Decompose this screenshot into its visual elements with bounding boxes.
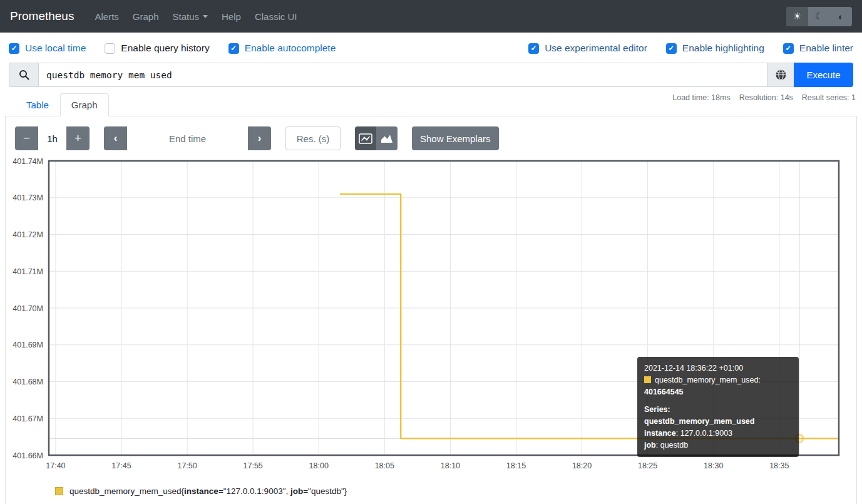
moon-icon: ☾ <box>815 11 823 22</box>
settings-group-left: Use local time Enable query history Enab… <box>9 43 336 54</box>
execute-button[interactable]: Execute <box>794 63 853 87</box>
checkbox-use-experimental-editor[interactable]: Use experimental editor <box>528 43 647 54</box>
query-bar: Execute <box>9 63 853 87</box>
checkbox-enable-autocomplete[interactable]: Enable autocomplete <box>228 43 336 54</box>
svg-text:401.70M: 401.70M <box>13 304 43 313</box>
legend-value-job: ="questdb"} <box>303 486 347 496</box>
range-stepper: − + <box>15 126 90 150</box>
svg-text:401.69M: 401.69M <box>13 341 43 349</box>
legend-swatch-icon <box>55 487 63 495</box>
theme-auto-button[interactable]: ◐ <box>830 7 852 26</box>
svg-text:401.72M: 401.72M <box>13 230 43 239</box>
checkbox-label: Use experimental editor <box>545 43 647 54</box>
checkbox-checked-icon[interactable] <box>528 43 539 54</box>
svg-text:401.74M: 401.74M <box>13 157 43 166</box>
checkbox-label: Enable autocomplete <box>245 43 336 54</box>
chart-type-toggle <box>355 126 398 150</box>
navbar: Prometheus Alerts Graph Status Help Clas… <box>0 0 862 33</box>
svg-text:17:50: 17:50 <box>177 461 197 470</box>
tabs-row: Load time: 18ms Resolution: 14s Result s… <box>5 93 857 116</box>
svg-text:18:25: 18:25 <box>638 461 657 470</box>
svg-text:401.71M: 401.71M <box>13 267 43 276</box>
metrics-explorer-button[interactable] <box>767 63 794 87</box>
nav-item-alerts[interactable]: Alerts <box>95 11 118 22</box>
search-addon <box>9 63 38 87</box>
time-back-button[interactable]: ‹ <box>104 126 127 150</box>
view-tabs: Table Graph <box>5 93 857 116</box>
legend-label: questdb_memory_mem_used{instance="127.0.… <box>69 486 347 496</box>
svg-text:18:35: 18:35 <box>769 461 789 470</box>
theme-light-button[interactable]: ☀ <box>786 7 808 26</box>
legend-item[interactable]: questdb_memory_mem_used{instance="127.0.… <box>55 486 856 496</box>
sun-icon: ☀ <box>793 11 801 22</box>
nav-item-status-label: Status <box>173 11 200 22</box>
svg-text:18:30: 18:30 <box>704 461 723 470</box>
chart-area: 401.66M401.67M401.68M401.69M401.70M401.7… <box>6 157 856 473</box>
graph-controls: − + ‹ › Show Exemplars <box>6 116 856 150</box>
checkbox-enable-highlighting[interactable]: Enable highlighting <box>666 43 764 54</box>
svg-text:17:40: 17:40 <box>46 461 65 470</box>
svg-text:401.67M: 401.67M <box>13 414 43 423</box>
stacked-chart-button[interactable] <box>376 126 398 150</box>
legend-value-instance: ="127.0.0.1:9003", <box>218 486 290 496</box>
svg-text:18:00: 18:00 <box>309 461 329 470</box>
legend-key-job: job <box>290 486 303 496</box>
checkbox-checked-icon[interactable] <box>9 43 19 54</box>
chevron-down-icon <box>203 15 208 18</box>
checkbox-label: Enable highlighting <box>682 43 764 54</box>
search-icon <box>19 69 29 80</box>
svg-text:18:15: 18:15 <box>506 461 526 470</box>
theme-dark-button[interactable]: ☾ <box>808 7 830 26</box>
nav-item-status[interactable]: Status <box>173 11 208 22</box>
time-forward-button[interactable]: › <box>248 126 271 150</box>
graph-panel: − + ‹ › Show Exemplars <box>5 116 857 504</box>
nav-item-classic-ui[interactable]: Classic UI <box>255 11 297 22</box>
globe-icon <box>775 69 787 81</box>
settings-row: Use local time Enable query history Enab… <box>0 33 862 61</box>
checkbox-enable-query-history[interactable]: Enable query history <box>105 43 209 54</box>
line-chart-icon <box>359 133 372 144</box>
theme-toggle-group: ☀ ☾ ◐ <box>786 7 852 26</box>
line-chart-button[interactable] <box>355 126 376 150</box>
range-decrease-button[interactable]: − <box>15 126 38 150</box>
checkbox-checked-icon[interactable] <box>783 43 794 54</box>
show-exemplars-button[interactable]: Show Exemplars <box>412 126 499 150</box>
checkbox-use-local-time[interactable]: Use local time <box>9 43 86 54</box>
end-time-picker: ‹ › <box>104 126 271 150</box>
checkbox-label: Enable query history <box>121 43 209 54</box>
legend-name: questdb_memory_mem_used{ <box>69 486 184 496</box>
checkbox-label: Enable linter <box>799 43 853 54</box>
chart-svg[interactable]: 401.66M401.67M401.68M401.69M401.70M401.7… <box>6 157 853 473</box>
area-chart-icon <box>380 133 394 144</box>
svg-text:17:55: 17:55 <box>244 461 263 470</box>
nav-item-help[interactable]: Help <box>222 11 241 22</box>
svg-text:401.66M: 401.66M <box>13 451 43 460</box>
checkbox-unchecked-icon[interactable] <box>105 43 115 54</box>
legend-key-instance: instance <box>184 486 218 496</box>
brand-prometheus[interactable]: Prometheus <box>10 9 74 23</box>
checkbox-checked-icon[interactable] <box>666 43 677 54</box>
svg-text:18:20: 18:20 <box>572 461 592 470</box>
end-time-input[interactable] <box>127 126 248 150</box>
checkbox-enable-linter[interactable]: Enable linter <box>783 43 853 54</box>
svg-text:401.68M: 401.68M <box>13 378 43 386</box>
svg-text:18:05: 18:05 <box>375 461 394 470</box>
range-input[interactable] <box>38 126 66 150</box>
settings-group-right: Use experimental editor Enable highlight… <box>528 43 853 54</box>
resolution-input[interactable] <box>285 126 341 150</box>
contrast-icon: ◐ <box>838 11 844 22</box>
tab-graph[interactable]: Graph <box>60 93 109 116</box>
range-increase-button[interactable]: + <box>66 126 90 150</box>
query-input[interactable] <box>38 63 767 87</box>
checkbox-checked-icon[interactable] <box>228 43 239 54</box>
tab-table[interactable]: Table <box>15 93 60 116</box>
nav-item-graph[interactable]: Graph <box>133 11 159 22</box>
checkbox-label: Use local time <box>25 43 86 54</box>
svg-text:18:10: 18:10 <box>441 461 460 470</box>
svg-text:17:45: 17:45 <box>111 461 131 470</box>
svg-text:401.73M: 401.73M <box>13 193 43 202</box>
